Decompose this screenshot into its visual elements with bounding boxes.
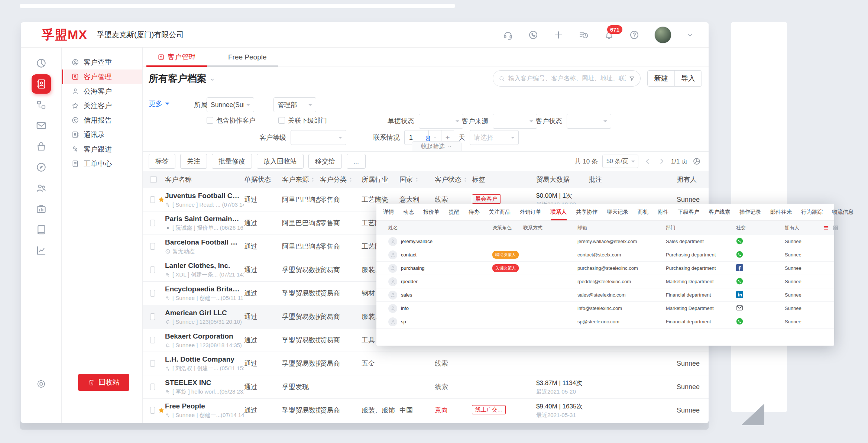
row-checkbox[interactable]	[150, 384, 155, 390]
row-checkbox[interactable]	[150, 337, 155, 343]
row-checkbox[interactable]	[150, 220, 155, 226]
settings-gear-icon[interactable]	[36, 378, 47, 389]
star-icon[interactable]	[158, 407, 165, 414]
detail-tab[interactable]: 行为跟踪	[801, 204, 823, 220]
detail-tab[interactable]: 客户线索	[709, 204, 730, 220]
column-header[interactable]: 客户分类	[320, 175, 362, 184]
page-size-select[interactable]: 50 条/页	[602, 155, 638, 168]
filter-funnel-icon[interactable]	[629, 75, 635, 82]
column-header[interactable]: 单据状态	[244, 175, 282, 184]
rail-item[interactable]	[31, 178, 52, 198]
detail-tab[interactable]: 关注商品	[489, 204, 511, 220]
detail-tab[interactable]: 附件	[658, 204, 668, 220]
rail-item[interactable]	[31, 198, 52, 219]
social-icon[interactable]	[736, 291, 743, 298]
row-checkbox[interactable]	[150, 243, 155, 250]
list-view-icon[interactable]	[823, 225, 829, 231]
status-select[interactable]	[567, 114, 611, 129]
chevron-down-icon[interactable]	[686, 31, 694, 39]
customer-name[interactable]: American Girl LLC	[165, 309, 244, 317]
detail-tab[interactable]: 操作记录	[739, 204, 761, 220]
link-subdept-checkbox[interactable]: 关联下级部门	[278, 116, 327, 125]
column-header[interactable]: 客户名称	[165, 175, 244, 184]
content-tab[interactable]: Free People	[207, 48, 278, 67]
sidebar-item[interactable]: 关注客户	[62, 98, 142, 113]
detail-tab[interactable]: 详情	[383, 204, 394, 220]
rail-item[interactable]	[31, 219, 52, 240]
rail-item[interactable]	[31, 53, 52, 74]
grid-view-icon[interactable]	[833, 225, 839, 231]
column-header[interactable]: 客户状态	[435, 175, 472, 184]
action-button[interactable]: 标签	[149, 154, 175, 169]
customer-name[interactable]: Lanier Clothes, Inc.	[165, 262, 244, 270]
detail-tab[interactable]: 联系人	[551, 204, 567, 220]
action-button[interactable]: 批量修改	[212, 154, 252, 169]
action-button[interactable]: 放入回收站	[257, 154, 304, 169]
sort-icon[interactable]	[414, 177, 420, 182]
detail-tab[interactable]: 共享协作	[576, 204, 597, 220]
content-tab[interactable]: 客户管理	[146, 48, 207, 67]
detail-tab[interactable]: 提醒	[449, 204, 460, 220]
recycle-bin-button[interactable]: 回收站	[78, 374, 129, 391]
table-row[interactable]: L.H. Dottie Company [ 刘浩权 ] 创建一... (05/1…	[143, 352, 709, 375]
history-icon[interactable]	[579, 30, 589, 40]
whatsapp-icon[interactable]	[528, 30, 538, 40]
customer-name[interactable]: Encyclopaedia Britannica , Inc.	[165, 285, 244, 293]
social-icon[interactable]	[736, 278, 743, 285]
row-checkbox[interactable]	[150, 407, 155, 414]
column-header[interactable]: 标签	[472, 175, 536, 184]
plus-icon[interactable]	[553, 30, 564, 40]
sidebar-item[interactable]: 客户查重	[62, 55, 142, 69]
column-header[interactable]: 客户来源	[282, 175, 320, 184]
row-checkbox[interactable]	[150, 290, 155, 297]
source-select[interactable]	[493, 114, 537, 129]
column-header[interactable]: 国家	[399, 175, 435, 184]
statistics-icon[interactable]	[692, 157, 701, 166]
action-button[interactable]: 关注	[180, 154, 207, 169]
sort-icon[interactable]	[310, 177, 315, 182]
column-header[interactable]: 拥有人	[677, 175, 709, 184]
user-avatar[interactable]	[654, 26, 671, 43]
search-input[interactable]: 输入客户编号、客户名称、网址、地址、联系人邮箱、联系	[493, 70, 641, 87]
detail-tab[interactable]: 外销订单	[520, 204, 541, 220]
sidebar-item[interactable]: 信用报告	[62, 113, 142, 127]
contact-row[interactable]: sp sp@steelexinc.com Financial departmen…	[376, 315, 834, 329]
row-checkbox[interactable]	[150, 196, 155, 203]
row-checkbox[interactable]	[150, 313, 155, 320]
table-row[interactable]: STEELEX INC [ 李旋 ] hello worl...(05/28 2…	[143, 375, 709, 399]
owner-select[interactable]: Sunnee(Sur	[207, 97, 254, 112]
please-select-dropdown[interactable]: 请选择	[470, 130, 519, 145]
customer-name[interactable]: Bekaert Corporation	[165, 332, 244, 340]
detail-tab[interactable]: 邮件往来	[770, 204, 792, 220]
customer-name[interactable]: STEELEX INC	[165, 379, 244, 387]
column-header[interactable]: 批注	[589, 175, 677, 184]
select-all-checkbox[interactable]	[150, 176, 157, 183]
column-header[interactable]: 所属行业	[362, 175, 399, 184]
contact-row[interactable]: contact 辅助决策人 contact@steelx.com Purchas…	[376, 248, 834, 262]
headset-icon[interactable]	[503, 30, 513, 40]
rail-item[interactable]	[31, 157, 52, 178]
import-button[interactable]: 导入	[674, 71, 702, 86]
row-checkbox[interactable]	[150, 360, 155, 367]
customer-name[interactable]: Paris Saint Germain F.C.	[165, 215, 244, 223]
contact-row[interactable]: rpedder rpedder@steelexinc.com Marketing…	[376, 275, 834, 288]
star-icon[interactable]	[158, 196, 165, 203]
detail-tab[interactable]: 动态	[403, 204, 414, 220]
row-checkbox[interactable]	[150, 266, 155, 273]
rail-item[interactable]	[31, 136, 52, 157]
detail-tab[interactable]: 聊天记录	[607, 204, 628, 220]
notifications-bell-icon[interactable]: 671	[604, 30, 614, 40]
detail-tab[interactable]: 报价单	[423, 204, 440, 220]
next-page-button[interactable]	[657, 156, 667, 166]
sidebar-item[interactable]: 工单中心	[62, 156, 142, 171]
collapse-filters-tab[interactable]: 收起筛选	[412, 141, 461, 151]
table-row[interactable]: Free People [ Sunnee ] 创建一...(07/14 14:4…	[143, 399, 709, 422]
contact-row[interactable]: info info@steelexinc.com Marketing Depar…	[376, 302, 834, 315]
social-icon[interactable]	[736, 318, 743, 325]
detail-tab[interactable]: 物流信息	[832, 204, 854, 220]
sort-icon[interactable]	[463, 177, 468, 182]
prev-page-button[interactable]	[643, 156, 652, 166]
customer-name[interactable]: Juventus Football Club S.P.A	[165, 192, 244, 200]
social-icon[interactable]	[736, 251, 743, 258]
contact-row[interactable]: purchasing 关键决策人 purchasing@steelexinc.c…	[376, 262, 834, 275]
